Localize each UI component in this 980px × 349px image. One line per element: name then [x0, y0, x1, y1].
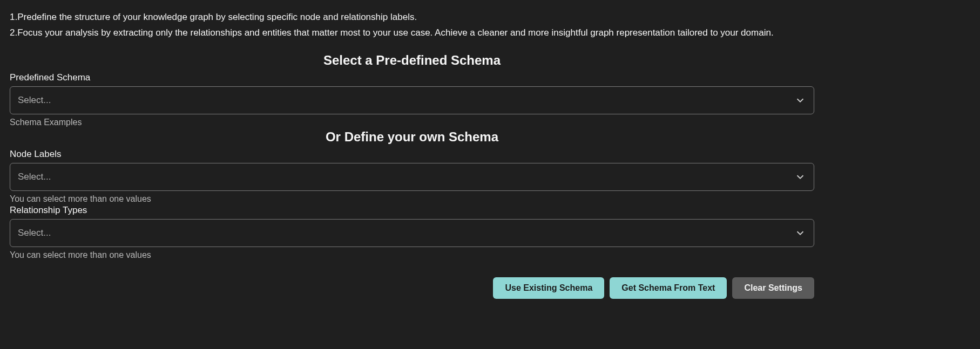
relationship-types-select[interactable]: Select... [10, 219, 814, 247]
predefined-schema-helper: Schema Examples [10, 118, 970, 127]
instructions-block: 1.Predefine the structure of your knowle… [10, 10, 970, 41]
relationship-types-placeholder: Select... [18, 228, 51, 238]
relationship-types-helper: You can select more than one values [10, 250, 970, 260]
predefined-schema-select[interactable]: Select... [10, 86, 814, 114]
node-labels-helper: You can select more than one values [10, 194, 970, 204]
action-buttons-row: Use Existing Schema Get Schema From Text… [10, 277, 814, 299]
predefined-schema-placeholder: Select... [18, 95, 51, 106]
node-labels-label: Node Labels [10, 149, 970, 160]
instruction-line-2: 2.Focus your analysis by extracting only… [10, 25, 970, 41]
chevron-down-icon [794, 171, 806, 183]
relationship-types-label: Relationship Types [10, 205, 970, 216]
use-existing-schema-button[interactable]: Use Existing Schema [493, 277, 604, 299]
chevron-down-icon [794, 227, 806, 239]
chevron-down-icon [794, 94, 806, 106]
node-labels-select[interactable]: Select... [10, 163, 814, 191]
predefined-schema-label: Predefined Schema [10, 72, 970, 83]
node-labels-placeholder: Select... [18, 172, 51, 182]
clear-settings-button[interactable]: Clear Settings [732, 277, 814, 299]
own-schema-heading: Or Define your own Schema [10, 129, 814, 145]
instruction-line-1: 1.Predefine the structure of your knowle… [10, 10, 970, 25]
predefined-schema-heading: Select a Pre-defined Schema [10, 53, 814, 68]
get-schema-from-text-button[interactable]: Get Schema From Text [610, 277, 727, 299]
